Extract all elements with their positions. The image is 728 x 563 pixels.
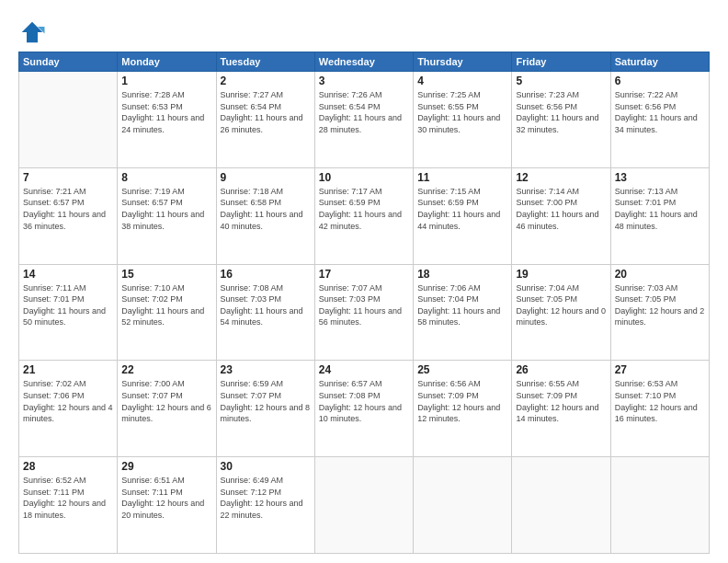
calendar-cell bbox=[414, 457, 512, 554]
day-number: 23 bbox=[221, 363, 311, 376]
day-number: 18 bbox=[417, 268, 507, 281]
day-info: Sunrise: 7:27 AMSunset: 6:54 PMDaylight:… bbox=[221, 89, 311, 135]
calendar-cell: 18Sunrise: 7:06 AMSunset: 7:04 PMDayligh… bbox=[414, 264, 512, 361]
day-info: Sunrise: 6:59 AMSunset: 7:07 PMDaylight:… bbox=[221, 378, 311, 424]
calendar-cell: 10Sunrise: 7:17 AMSunset: 6:59 PMDayligh… bbox=[314, 167, 413, 264]
calendar-cell: 3Sunrise: 7:26 AMSunset: 6:54 PMDaylight… bbox=[314, 72, 413, 168]
day-info: Sunrise: 6:49 AMSunset: 7:12 PMDaylight:… bbox=[221, 475, 311, 521]
calendar-cell: 15Sunrise: 7:10 AMSunset: 7:02 PMDayligh… bbox=[118, 264, 216, 361]
day-info: Sunrise: 7:02 AMSunset: 7:06 PMDaylight:… bbox=[23, 378, 113, 424]
calendar-cell: 17Sunrise: 7:07 AMSunset: 7:03 PMDayligh… bbox=[314, 264, 413, 361]
week-row-2: 7Sunrise: 7:21 AMSunset: 6:57 PMDaylight… bbox=[19, 167, 710, 264]
week-row-4: 21Sunrise: 7:02 AMSunset: 7:06 PMDayligh… bbox=[19, 361, 710, 457]
logo-icon bbox=[18, 18, 46, 46]
week-row-3: 14Sunrise: 7:11 AMSunset: 7:01 PMDayligh… bbox=[19, 264, 710, 361]
day-info: Sunrise: 7:28 AMSunset: 6:53 PMDaylight:… bbox=[121, 89, 211, 135]
calendar-cell: 8Sunrise: 7:19 AMSunset: 6:57 PMDaylight… bbox=[118, 167, 216, 264]
calendar-cell: 13Sunrise: 7:13 AMSunset: 7:01 PMDayligh… bbox=[610, 167, 709, 264]
calendar-cell: 30Sunrise: 6:49 AMSunset: 7:12 PMDayligh… bbox=[216, 457, 314, 554]
day-number: 29 bbox=[121, 460, 211, 473]
day-info: Sunrise: 7:13 AMSunset: 7:01 PMDaylight:… bbox=[615, 186, 705, 232]
week-row-5: 28Sunrise: 6:52 AMSunset: 7:11 PMDayligh… bbox=[19, 457, 710, 554]
day-number: 20 bbox=[615, 268, 705, 281]
day-number: 25 bbox=[417, 363, 507, 376]
day-number: 24 bbox=[319, 363, 409, 376]
calendar-cell: 29Sunrise: 6:51 AMSunset: 7:11 PMDayligh… bbox=[118, 457, 216, 554]
weekday-header-friday: Friday bbox=[512, 52, 610, 72]
weekday-header-monday: Monday bbox=[118, 52, 216, 72]
day-info: Sunrise: 6:51 AMSunset: 7:11 PMDaylight:… bbox=[121, 475, 211, 521]
svg-marker-0 bbox=[22, 22, 43, 43]
day-number: 17 bbox=[319, 268, 409, 281]
weekday-header-saturday: Saturday bbox=[610, 52, 709, 72]
calendar-cell: 16Sunrise: 7:08 AMSunset: 7:03 PMDayligh… bbox=[216, 264, 314, 361]
day-info: Sunrise: 7:07 AMSunset: 7:03 PMDaylight:… bbox=[319, 282, 409, 328]
day-info: Sunrise: 6:57 AMSunset: 7:08 PMDaylight:… bbox=[319, 378, 409, 424]
calendar-cell: 26Sunrise: 6:55 AMSunset: 7:09 PMDayligh… bbox=[512, 361, 610, 457]
day-info: Sunrise: 7:25 AMSunset: 6:55 PMDaylight:… bbox=[417, 89, 507, 135]
day-number: 30 bbox=[221, 460, 311, 473]
calendar-cell: 9Sunrise: 7:18 AMSunset: 6:58 PMDaylight… bbox=[216, 167, 314, 264]
day-info: Sunrise: 6:52 AMSunset: 7:11 PMDaylight:… bbox=[23, 475, 113, 521]
calendar-cell: 5Sunrise: 7:23 AMSunset: 6:56 PMDaylight… bbox=[512, 72, 610, 168]
calendar-cell bbox=[610, 457, 709, 554]
logo bbox=[18, 18, 50, 46]
calendar-cell: 12Sunrise: 7:14 AMSunset: 7:00 PMDayligh… bbox=[512, 167, 610, 264]
calendar-cell: 22Sunrise: 7:00 AMSunset: 7:07 PMDayligh… bbox=[118, 361, 216, 457]
calendar-cell: 25Sunrise: 6:56 AMSunset: 7:09 PMDayligh… bbox=[414, 361, 512, 457]
day-number: 16 bbox=[221, 268, 311, 281]
day-info: Sunrise: 7:04 AMSunset: 7:05 PMDaylight:… bbox=[516, 282, 606, 328]
day-info: Sunrise: 7:14 AMSunset: 7:00 PMDaylight:… bbox=[516, 186, 606, 232]
day-number: 13 bbox=[615, 171, 705, 184]
calendar-cell: 4Sunrise: 7:25 AMSunset: 6:55 PMDaylight… bbox=[414, 72, 512, 168]
day-number: 5 bbox=[516, 75, 606, 87]
day-number: 4 bbox=[417, 75, 507, 87]
day-number: 8 bbox=[121, 171, 211, 184]
calendar-cell: 1Sunrise: 7:28 AMSunset: 6:53 PMDaylight… bbox=[118, 72, 216, 168]
week-row-1: 1Sunrise: 7:28 AMSunset: 6:53 PMDaylight… bbox=[19, 72, 710, 168]
calendar-cell: 21Sunrise: 7:02 AMSunset: 7:06 PMDayligh… bbox=[19, 361, 118, 457]
day-info: Sunrise: 7:17 AMSunset: 6:59 PMDaylight:… bbox=[319, 186, 409, 232]
day-number: 27 bbox=[615, 363, 705, 376]
day-info: Sunrise: 7:03 AMSunset: 7:05 PMDaylight:… bbox=[615, 282, 705, 328]
day-number: 19 bbox=[516, 268, 606, 281]
weekday-header-tuesday: Tuesday bbox=[216, 52, 314, 72]
calendar-table: SundayMondayTuesdayWednesdayThursdayFrid… bbox=[18, 52, 710, 554]
day-number: 12 bbox=[516, 171, 606, 184]
day-number: 11 bbox=[417, 171, 507, 184]
calendar-cell bbox=[314, 457, 413, 554]
calendar-cell: 2Sunrise: 7:27 AMSunset: 6:54 PMDaylight… bbox=[216, 72, 314, 168]
day-info: Sunrise: 7:18 AMSunset: 6:58 PMDaylight:… bbox=[221, 186, 311, 232]
calendar-cell: 6Sunrise: 7:22 AMSunset: 6:56 PMDaylight… bbox=[610, 72, 709, 168]
day-number: 9 bbox=[221, 171, 311, 184]
weekday-header-thursday: Thursday bbox=[414, 52, 512, 72]
day-number: 7 bbox=[23, 171, 113, 184]
weekday-header-sunday: Sunday bbox=[19, 52, 118, 72]
day-info: Sunrise: 6:56 AMSunset: 7:09 PMDaylight:… bbox=[417, 378, 507, 424]
day-info: Sunrise: 7:23 AMSunset: 6:56 PMDaylight:… bbox=[516, 89, 606, 135]
day-number: 3 bbox=[319, 75, 409, 87]
day-number: 28 bbox=[23, 460, 113, 473]
day-info: Sunrise: 6:55 AMSunset: 7:09 PMDaylight:… bbox=[516, 378, 606, 424]
day-number: 6 bbox=[615, 75, 705, 87]
day-info: Sunrise: 7:22 AMSunset: 6:56 PMDaylight:… bbox=[615, 89, 705, 135]
calendar-cell bbox=[512, 457, 610, 554]
calendar-cell: 27Sunrise: 6:53 AMSunset: 7:10 PMDayligh… bbox=[610, 361, 709, 457]
day-info: Sunrise: 7:21 AMSunset: 6:57 PMDaylight:… bbox=[23, 186, 113, 232]
day-number: 26 bbox=[516, 363, 606, 376]
calendar-cell: 11Sunrise: 7:15 AMSunset: 6:59 PMDayligh… bbox=[414, 167, 512, 264]
calendar-cell: 14Sunrise: 7:11 AMSunset: 7:01 PMDayligh… bbox=[19, 264, 118, 361]
day-info: Sunrise: 7:00 AMSunset: 7:07 PMDaylight:… bbox=[121, 378, 211, 424]
day-number: 14 bbox=[23, 268, 113, 281]
weekday-header-row: SundayMondayTuesdayWednesdayThursdayFrid… bbox=[19, 52, 710, 72]
day-number: 22 bbox=[121, 363, 211, 376]
day-info: Sunrise: 7:08 AMSunset: 7:03 PMDaylight:… bbox=[221, 282, 311, 328]
day-number: 15 bbox=[121, 268, 211, 281]
day-info: Sunrise: 7:26 AMSunset: 6:54 PMDaylight:… bbox=[319, 89, 409, 135]
calendar-cell: 7Sunrise: 7:21 AMSunset: 6:57 PMDaylight… bbox=[19, 167, 118, 264]
day-info: Sunrise: 7:10 AMSunset: 7:02 PMDaylight:… bbox=[121, 282, 211, 328]
header bbox=[18, 15, 710, 46]
day-info: Sunrise: 7:11 AMSunset: 7:01 PMDaylight:… bbox=[23, 282, 113, 328]
calendar-cell: 23Sunrise: 6:59 AMSunset: 7:07 PMDayligh… bbox=[216, 361, 314, 457]
calendar-cell: 19Sunrise: 7:04 AMSunset: 7:05 PMDayligh… bbox=[512, 264, 610, 361]
